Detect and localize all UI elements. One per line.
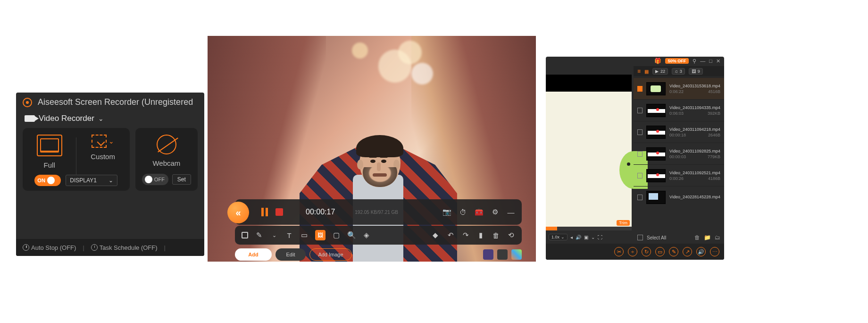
add-button[interactable]: Add — [235, 248, 272, 261]
region-select-icon — [92, 135, 107, 148]
image-tool-icon[interactable]: 🖼 — [315, 230, 326, 240]
add-image-button[interactable]: Add Image — [309, 248, 352, 261]
trim-action-icon[interactable]: ✂ — [614, 247, 624, 256]
edit-action-icon[interactable]: ✎ — [669, 247, 678, 256]
share-action-icon[interactable]: ↗ — [683, 247, 692, 256]
item-checkbox[interactable] — [637, 108, 643, 113]
sticker-option-3[interactable] — [511, 249, 522, 260]
folder-icon[interactable]: 📁 — [704, 234, 711, 241]
promo-badge[interactable]: 50% OFF — [665, 58, 689, 64]
history-item[interactable]: Video_240313153618.mp4 0:06:224516B — [634, 77, 724, 99]
exit-icon[interactable]: ⟲ — [507, 231, 515, 239]
item-thumbnail — [646, 147, 666, 161]
sticker-option-2[interactable] — [497, 249, 508, 260]
list-view-icon[interactable]: ≡ — [637, 68, 641, 75]
compress-action-icon[interactable]: ▭ — [655, 247, 665, 256]
item-checkbox[interactable] — [637, 151, 643, 157]
item-thumbnail — [646, 104, 666, 117]
edit-button[interactable]: Edit — [275, 248, 306, 261]
rectangle-tool-icon[interactable] — [242, 232, 248, 238]
item-thumbnail — [646, 191, 666, 204]
alarm-icon — [91, 244, 98, 251]
spotlight-tool-icon[interactable]: ◈ — [362, 231, 371, 239]
clear-icon[interactable]: ▮ — [476, 231, 485, 239]
custom-region-option[interactable]: ⌄ Custom — [76, 135, 129, 169]
volume-icon[interactable]: 🔊 — [576, 235, 581, 240]
history-item[interactable]: Video_240311094218.mp4 00:00:182646B — [634, 121, 724, 143]
pause-button[interactable] — [261, 208, 268, 216]
timer-icon[interactable]: ⏱ — [459, 208, 467, 216]
close-icon[interactable]: ✕ — [716, 58, 720, 64]
magnifier-tool-icon[interactable]: 🔍 — [347, 231, 356, 239]
screenshot-icon[interactable]: 📷 — [442, 208, 451, 216]
trim-button[interactable]: Trim — [617, 220, 630, 226]
item-thumbnail — [646, 126, 666, 139]
trash-icon[interactable]: 🗑 — [694, 234, 700, 241]
task-schedule-toggle[interactable]: Task Schedule (OFF) — [91, 244, 158, 251]
play-icon[interactable]: ▣ — [584, 235, 588, 240]
item-checkbox[interactable] — [637, 195, 643, 200]
chevron-down-icon[interactable]: ⌄ — [270, 231, 278, 239]
more-action-icon[interactable]: ⋯ — [710, 247, 719, 256]
record-target-icon — [23, 98, 32, 107]
display-source-tile: Full ⌄ Custom ON DISPLAY1⌄ — [23, 128, 130, 191]
pen-tool-icon[interactable]: ✎ — [255, 231, 263, 239]
gift-icon[interactable]: 🎁 — [654, 58, 661, 64]
item-checkbox[interactable] — [637, 129, 643, 135]
callout-tool-icon[interactable]: ▭ — [300, 231, 309, 239]
full-display-option[interactable]: Full — [23, 135, 76, 169]
webcam-settings-button[interactable]: Set — [172, 174, 191, 185]
display-toggle[interactable]: ON — [34, 175, 61, 186]
history-item[interactable]: Video_240311092825.mp4 00:00:03779KB — [634, 143, 724, 164]
fullscreen-icon[interactable]: ⛶ — [598, 235, 602, 240]
volume-action-icon[interactable]: 🔊 — [696, 247, 706, 256]
grid-view-icon[interactable]: ▦ — [644, 69, 649, 74]
audio-tab[interactable]: ♫3 — [672, 68, 685, 75]
left-titlebar: Aiseesoft Screen Recorder (Unregistered — [16, 93, 204, 112]
pin-icon[interactable]: ⚲ — [693, 58, 696, 64]
select-all-row: Select All 🗑 📁 🗂 — [634, 232, 724, 243]
eraser-icon[interactable]: ◆ — [431, 231, 440, 239]
undo-icon[interactable]: ↶ — [446, 231, 455, 239]
sticker-option-1[interactable] — [483, 249, 493, 260]
preview-scrubber[interactable] — [546, 227, 632, 230]
display-dropdown[interactable]: DISPLAY1⌄ — [66, 175, 117, 186]
minimize-icon[interactable]: — — [700, 58, 705, 64]
chevron-down-icon: ⌄ — [108, 137, 114, 145]
open-folder-icon[interactable]: 🗂 — [715, 234, 720, 241]
webcam-off-icon — [155, 135, 178, 154]
history-item[interactable]: Video_240311092521.mp4 0:00:264186B — [634, 164, 724, 186]
history-list: Video_240313153618.mp4 0:06:224516B Vide… — [634, 77, 724, 230]
auto-stop-toggle[interactable]: Auto Stop (OFF) — [23, 244, 76, 251]
history-item[interactable]: Video_240311094335.mp4 0:06:03392KB — [634, 99, 724, 121]
text-tool-icon[interactable]: T — [285, 231, 293, 239]
blur-tool-icon[interactable]: ▢ — [332, 231, 341, 239]
history-item[interactable]: Video_240228145228.mp4 — [634, 186, 724, 208]
settings-gear-icon[interactable]: ⚙ — [491, 208, 499, 216]
delete-icon[interactable]: 🗑 — [492, 231, 500, 239]
image-tab[interactable]: 🖼9 — [689, 68, 703, 75]
item-checkbox[interactable] — [637, 173, 643, 178]
stop-button[interactable] — [275, 208, 283, 216]
recording-timer: 00:00:17 — [306, 208, 335, 216]
mode-selector[interactable]: Video Recorder ⌄ — [16, 112, 204, 128]
chevron-down-icon: ⌄ — [98, 115, 104, 122]
merge-action-icon[interactable]: ÷ — [628, 247, 637, 256]
webcam-toggle[interactable]: OFF — [142, 174, 168, 185]
select-all-label: Select All — [647, 235, 666, 240]
prev-frame-icon[interactable]: ◂ — [570, 235, 573, 240]
collapse-button[interactable]: « — [227, 202, 249, 223]
full-label: Full — [44, 161, 55, 169]
item-checkbox[interactable] — [637, 86, 643, 92]
chevron-down-icon[interactable]: ⌄ — [591, 235, 595, 240]
redo-icon[interactable]: ↷ — [461, 231, 470, 239]
toolbox-icon[interactable]: 🧰 — [475, 208, 483, 216]
disk-usage-info: 192.05 KB/97.21 GB — [355, 210, 398, 215]
playback-speed[interactable]: 1.0x⌄ — [549, 234, 568, 240]
select-all-checkbox[interactable] — [637, 235, 643, 240]
minimize-icon[interactable]: — — [507, 208, 515, 216]
convert-action-icon[interactable]: ↻ — [642, 247, 651, 256]
maximize-icon[interactable]: □ — [709, 58, 712, 64]
preview-canvas — [546, 92, 632, 227]
video-tab[interactable]: ▶22 — [652, 68, 668, 75]
